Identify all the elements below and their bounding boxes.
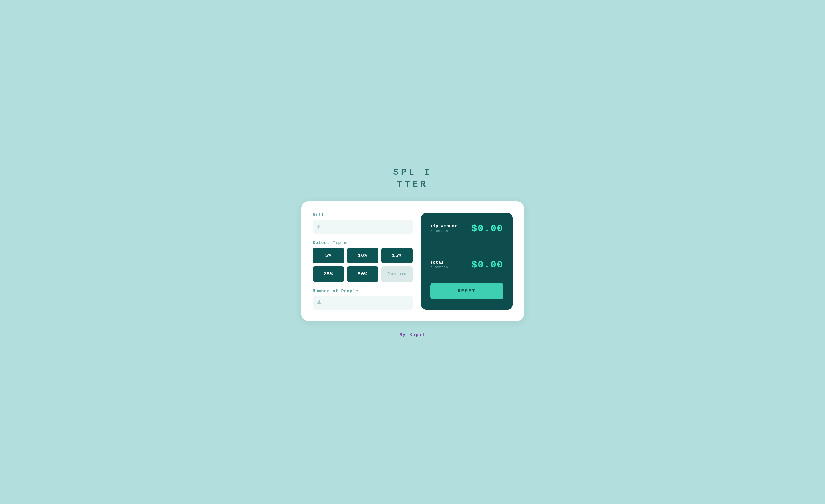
tip-amount-label: Tip Amount <box>430 224 457 229</box>
tip-btn-25[interactable]: 25% <box>313 266 344 282</box>
tip-amount-label-group: Tip Amount / person <box>430 224 457 233</box>
svg-point-0 <box>318 300 320 302</box>
people-label: Number of People <box>313 289 412 294</box>
tip-btn-5[interactable]: 5% <box>313 248 344 263</box>
bill-input[interactable] <box>313 220 412 234</box>
right-panel: Tip Amount / person $0.00 Total / person… <box>421 213 513 310</box>
total-label: Total <box>430 260 448 265</box>
reset-button[interactable]: RESET <box>430 283 504 300</box>
tip-amount-value: $0.00 <box>471 223 503 234</box>
tip-btn-custom[interactable]: Custom <box>381 266 412 282</box>
bill-label: Bill <box>313 213 412 218</box>
tip-buttons-grid: 5% 10% 15% 25% 50% Custom <box>313 248 412 282</box>
total-block: Total / person $0.00 <box>430 259 504 270</box>
left-panel: Bill Select Tip % 5% 10% 15% 25% 50% Cus… <box>313 213 412 310</box>
tip-btn-10[interactable]: 10% <box>347 248 378 263</box>
people-input-wrapper <box>313 296 412 310</box>
tip-selector-group: Select Tip % 5% 10% 15% 25% 50% Custom <box>313 241 412 282</box>
main-card: Bill Select Tip % 5% 10% 15% 25% 50% Cus… <box>301 201 524 321</box>
results-divider <box>430 247 504 247</box>
tip-amount-sublabel: / person <box>430 229 457 233</box>
tip-label: Select Tip % <box>313 241 412 245</box>
app-title: SPL I TTER <box>393 166 432 190</box>
total-sublabel: / person <box>430 265 448 269</box>
footer: By Kapil <box>399 332 426 338</box>
tip-btn-15[interactable]: 15% <box>381 248 412 263</box>
total-label-group: Total / person <box>430 260 448 269</box>
bill-field-group: Bill <box>313 213 412 234</box>
total-value: $0.00 <box>471 259 503 270</box>
people-input[interactable] <box>313 296 412 310</box>
person-icon <box>317 300 322 306</box>
tip-amount-block: Tip Amount / person $0.00 <box>430 223 504 234</box>
people-field-group: Number of People <box>313 289 412 310</box>
tip-btn-50[interactable]: 50% <box>347 266 378 282</box>
